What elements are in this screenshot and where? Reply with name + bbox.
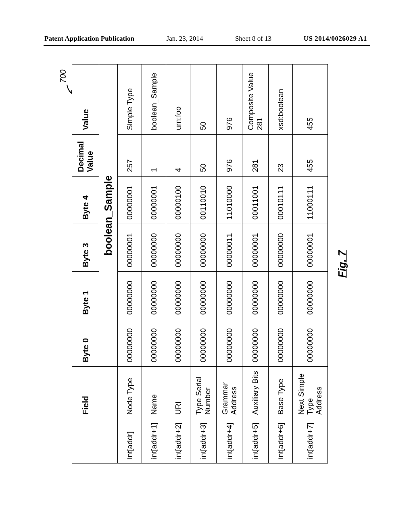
cell-byte0: 00000000 bbox=[142, 319, 166, 367]
col-addr-header bbox=[72, 419, 99, 463]
cell-byte3: 00000001 bbox=[293, 224, 328, 272]
cell-field: Base Type bbox=[269, 367, 293, 419]
cell-byte0: 00000000 bbox=[293, 319, 328, 367]
figure-container: 700 boolean_Sample bbox=[60, 64, 352, 463]
cell-addr: int[addr+3] bbox=[190, 419, 217, 463]
table-row: int[addr+6]Base Type00000000000000000000… bbox=[269, 64, 293, 463]
cell-byte4: 00000100 bbox=[166, 177, 190, 224]
cell-field: Name bbox=[142, 367, 166, 419]
cell-addr: int[addr+7] bbox=[293, 419, 328, 463]
cell-field: Grammar Address bbox=[216, 367, 242, 419]
publication-date: Jan. 23, 2014 bbox=[167, 35, 203, 43]
sheet-label: Sheet 8 of 13 bbox=[235, 35, 271, 43]
cell-addr: int[addr+2] bbox=[166, 419, 190, 463]
reference-numeral: 700 bbox=[60, 68, 73, 96]
cell-decimal: 257 bbox=[118, 135, 142, 177]
header-rule bbox=[44, 45, 370, 46]
cell-decimal: 23 bbox=[269, 135, 293, 177]
cell-byte3: 00000000 bbox=[142, 224, 166, 272]
cell-byte1: 00000000 bbox=[166, 272, 190, 319]
cell-byte4: 00000001 bbox=[142, 177, 166, 224]
cell-byte3: 00000011 bbox=[216, 224, 242, 272]
cell-addr: int[addr+4] bbox=[216, 419, 242, 463]
table-row: int[addr+2]URI00000000000000000000000000… bbox=[166, 64, 190, 463]
cell-byte4: 00010111 bbox=[269, 177, 293, 224]
table-row: int[addr+3]Type Serial Number00000000000… bbox=[190, 64, 217, 463]
cell-decimal: 50 bbox=[190, 135, 217, 177]
col-byte3-header: Byte 3 bbox=[72, 224, 99, 272]
cell-field: Type Serial Number bbox=[190, 367, 217, 419]
cell-decimal: 281 bbox=[242, 135, 269, 177]
cell-byte0: 00000000 bbox=[166, 319, 190, 367]
cell-byte4: 11000111 bbox=[293, 177, 328, 224]
cell-value: boolean_Sample bbox=[142, 64, 166, 135]
cell-field: URI bbox=[166, 367, 190, 419]
col-field-header: Field bbox=[72, 367, 99, 419]
cell-value: Simple Type bbox=[118, 64, 142, 135]
col-byte4-header: Byte 4 bbox=[72, 177, 99, 224]
cell-byte4: 00011001 bbox=[242, 177, 269, 224]
cell-byte0: 00000000 bbox=[242, 319, 269, 367]
page-header: Patent Application Publication Jan. 23, … bbox=[0, 35, 413, 43]
cell-decimal: 1 bbox=[142, 135, 166, 177]
table-row: int[addr+5]Auxiliary Bits000000000000000… bbox=[242, 64, 269, 463]
cell-byte4: 00110010 bbox=[190, 177, 217, 224]
table-head: Field Byte 0 Byte 1 Byte 3 Byte 4 Decima… bbox=[72, 64, 99, 463]
col-byte0-header: Byte 0 bbox=[72, 319, 99, 367]
cell-byte0: 00000000 bbox=[269, 319, 293, 367]
table-row: int[addr+4]Grammar Address00000000000000… bbox=[216, 64, 242, 463]
cell-byte1: 00000000 bbox=[269, 272, 293, 319]
table-title: boolean_Sample bbox=[99, 64, 118, 367]
cell-addr: int[addr+5] bbox=[242, 419, 269, 463]
cell-byte1: 00000000 bbox=[190, 272, 217, 319]
cell-value: 50 bbox=[190, 64, 217, 135]
cell-value: 976 bbox=[216, 64, 242, 135]
cell-addr: int[addr+6] bbox=[269, 419, 293, 463]
cell-value: xsd:boolean bbox=[269, 64, 293, 135]
cell-byte1: 00000000 bbox=[142, 272, 166, 319]
data-table-wrapper: boolean_Sample Field Byte 0 Byte 1 Byte … bbox=[72, 64, 328, 463]
cell-value: urn:foo bbox=[166, 64, 190, 135]
cell-byte3: 00000001 bbox=[118, 224, 142, 272]
data-table: boolean_Sample Field Byte 0 Byte 1 Byte … bbox=[72, 64, 328, 463]
cell-byte0: 00000000 bbox=[118, 319, 142, 367]
cell-byte3: 00000000 bbox=[166, 224, 190, 272]
table-row: int[addr]Node Type0000000000000000000000… bbox=[118, 64, 142, 463]
cell-field: Auxiliary Bits bbox=[242, 367, 269, 419]
cell-field: Next Simple Type Address bbox=[293, 367, 328, 419]
col-byte1-header: Byte 1 bbox=[72, 272, 99, 319]
cell-addr: int[addr] bbox=[118, 419, 142, 463]
cell-addr: int[addr+1] bbox=[142, 419, 166, 463]
cell-field: Node Type bbox=[118, 367, 142, 419]
cell-byte3: 00000000 bbox=[190, 224, 217, 272]
title-empty-cell bbox=[99, 419, 118, 463]
table-title-row: boolean_Sample bbox=[99, 64, 118, 463]
figure-caption: Fig. 7 bbox=[336, 64, 348, 463]
cell-decimal: 455 bbox=[293, 135, 328, 177]
cell-byte3: 00000000 bbox=[269, 224, 293, 272]
col-decimal-header: Decimal Value bbox=[72, 135, 99, 177]
table-row: int[addr+7]Next Simple Type Address00000… bbox=[293, 64, 328, 463]
cell-decimal: 4 bbox=[166, 135, 190, 177]
cell-byte4: 00000001 bbox=[118, 177, 142, 224]
cell-byte4: 11010000 bbox=[216, 177, 242, 224]
cell-value: Composite Value 281 bbox=[242, 64, 269, 135]
col-value-header: Value bbox=[72, 64, 99, 135]
cell-byte0: 00000000 bbox=[216, 319, 242, 367]
cell-decimal: 976 bbox=[216, 135, 242, 177]
table-body: int[addr]Node Type0000000000000000000000… bbox=[118, 64, 328, 463]
cell-byte1: 00000000 bbox=[118, 272, 142, 319]
table-row: int[addr+1]Name0000000000000000000000000… bbox=[142, 64, 166, 463]
cell-byte1: 00000000 bbox=[242, 272, 269, 319]
cell-value: 455 bbox=[293, 64, 328, 135]
refnum-text: 700 bbox=[60, 70, 67, 83]
title-empty-cell bbox=[99, 367, 118, 419]
cell-byte1: 00000000 bbox=[216, 272, 242, 319]
publication-label: Patent Application Publication bbox=[44, 35, 134, 43]
cell-byte3: 00000001 bbox=[242, 224, 269, 272]
document-number: US 2014/0026029 A1 bbox=[304, 35, 367, 43]
cell-byte0: 00000000 bbox=[190, 319, 217, 367]
cell-byte1: 00000000 bbox=[293, 272, 328, 319]
